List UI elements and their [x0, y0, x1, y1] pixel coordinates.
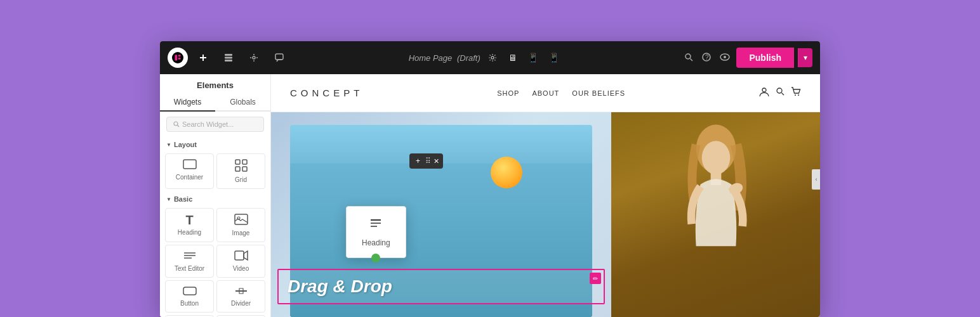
drag-cursor: [371, 254, 380, 262]
divider-icon: [234, 286, 248, 297]
svg-point-12: [685, 54, 691, 59]
basic-widgets: T Heading Image Text Editor: [160, 205, 270, 317]
text-editor-icon: [183, 250, 197, 262]
svg-rect-24: [242, 167, 247, 171]
svg-rect-10: [275, 54, 283, 60]
dragging-widget[interactable]: Heading: [346, 206, 406, 258]
page-nav: CONCEPT SHOP ABOUT OUR BELIEFS: [271, 74, 820, 112]
svg-point-45: [701, 141, 730, 174]
floating-toolbar: + ⠿ ✕: [409, 153, 443, 169]
svg-rect-22: [242, 160, 247, 164]
elementor-logo[interactable]: [168, 48, 188, 68]
widget-divider[interactable]: Divider: [216, 280, 265, 313]
edit-icon[interactable]: ✏: [590, 273, 601, 284]
grid-label: Grid: [235, 176, 247, 183]
editor-body: Elements Widgets Globals Search Widget..…: [160, 74, 820, 317]
settings-button[interactable]: [244, 48, 264, 68]
widget-grid[interactable]: Grid: [216, 153, 265, 189]
mobile-button[interactable]: 📱: [545, 50, 563, 65]
draft-label: (Draft): [457, 53, 480, 63]
grid-icon: [235, 159, 248, 174]
cart-icon[interactable]: [791, 87, 801, 99]
publish-dropdown-button[interactable]: ▾: [798, 48, 812, 67]
nav-link-about[interactable]: ABOUT: [532, 89, 559, 97]
add-section-button[interactable]: +: [413, 155, 423, 167]
help-button[interactable]: ?: [699, 50, 713, 66]
svg-rect-0: [172, 52, 183, 63]
canvas-area: CONCEPT SHOP ABOUT OUR BELIEFS: [271, 74, 820, 317]
page-settings-button[interactable]: [488, 53, 497, 62]
left-panel: Elements Widgets Globals Search Widget..…: [160, 74, 271, 317]
button-icon: [183, 286, 197, 297]
widget-heading[interactable]: T Heading: [165, 208, 214, 242]
nav-link-shop[interactable]: SHOP: [497, 89, 519, 97]
widget-button[interactable]: Button: [165, 280, 214, 313]
svg-point-40: [798, 94, 799, 96]
text-editor-label: Text Editor: [175, 265, 204, 272]
svg-point-11: [491, 56, 494, 59]
panel-collapse-arrow[interactable]: ‹: [812, 169, 820, 190]
page-title: Home Page (Draft): [409, 53, 480, 63]
widget-container[interactable]: Container: [165, 153, 214, 189]
svg-point-18: [174, 122, 178, 126]
svg-rect-30: [235, 251, 244, 260]
svg-rect-3: [178, 58, 181, 60]
divider-label: Divider: [231, 300, 251, 307]
search-placeholder: Search Widget...: [182, 120, 234, 128]
hero-left: Drag & Drop ✏ + ⠿ ✕ Heading: [271, 112, 611, 317]
video-label: Video: [233, 265, 249, 272]
svg-point-37: [777, 88, 782, 93]
publish-button[interactable]: Publish: [736, 48, 794, 68]
add-element-button[interactable]: [193, 48, 213, 68]
svg-rect-8: [225, 60, 232, 61]
heading-label: Heading: [178, 229, 201, 236]
basic-section-title: Basic: [160, 191, 270, 205]
desktop-button[interactable]: 🖥: [505, 50, 521, 65]
hero-right: [611, 112, 820, 317]
tab-globals[interactable]: Globals: [215, 94, 270, 110]
image-icon: [234, 214, 248, 227]
svg-point-36: [762, 88, 766, 92]
image-label: Image: [232, 230, 250, 236]
nav-link-beliefs[interactable]: OUR BELIEFS: [572, 89, 625, 97]
svg-rect-31: [183, 287, 196, 295]
search-button[interactable]: [682, 50, 696, 66]
svg-line-13: [691, 58, 693, 61]
svg-line-38: [782, 93, 785, 96]
account-icon[interactable]: [759, 87, 769, 99]
svg-rect-6: [225, 54, 232, 56]
eye-button[interactable]: [717, 50, 732, 65]
svg-point-17: [724, 56, 726, 58]
container-label: Container: [176, 174, 203, 181]
page-logo: CONCEPT: [290, 87, 363, 98]
orange-fruit: [491, 157, 522, 188]
container-icon: [183, 159, 197, 171]
widget-text-editor[interactable]: Text Editor: [165, 245, 214, 278]
svg-rect-7: [225, 57, 232, 59]
svg-point-9: [253, 56, 255, 59]
device-buttons: 🖥 📱 📱: [505, 50, 563, 65]
hero-right-photo: [611, 112, 820, 317]
search-nav-icon[interactable]: [776, 87, 785, 99]
button-label: Button: [180, 300, 199, 307]
page-nav-icons: [759, 87, 801, 99]
svg-rect-1: [175, 55, 178, 61]
svg-point-39: [795, 94, 796, 96]
comments-button[interactable]: [269, 48, 289, 68]
drag-drop-overlay[interactable]: Drag & Drop ✏: [277, 269, 605, 304]
tab-widgets[interactable]: Widgets: [160, 94, 215, 112]
layers-button[interactable]: [218, 48, 239, 68]
close-section-button[interactable]: ✕: [434, 157, 439, 165]
svg-text:?: ?: [705, 54, 709, 61]
topbar-right: ? Publish ▾: [682, 48, 812, 68]
tablet-button[interactable]: 📱: [524, 50, 542, 65]
layout-widgets: Container Grid: [160, 151, 270, 191]
svg-rect-21: [235, 160, 240, 164]
grid-icon-toolbar: ⠿: [425, 157, 431, 165]
page-title-text: Home Page: [409, 53, 453, 63]
widget-search[interactable]: Search Widget...: [166, 117, 264, 132]
widget-image[interactable]: Image: [216, 208, 265, 242]
widget-video[interactable]: Video: [216, 245, 265, 278]
topbar: Home Page (Draft) 🖥 📱 📱 ? Publish: [160, 41, 820, 74]
dragging-widget-label: Heading: [362, 238, 390, 247]
